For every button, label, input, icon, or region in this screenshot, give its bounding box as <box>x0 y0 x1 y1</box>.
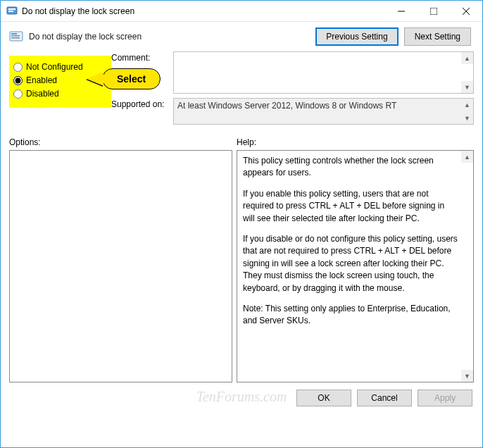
subheader: Do not display the lock screen Previous … <box>1 22 482 49</box>
comment-label: Comment: <box>111 51 173 63</box>
svg-rect-1 <box>8 8 15 10</box>
svg-rect-2 <box>8 11 13 12</box>
policy-setting-icon <box>9 30 23 44</box>
radio-enabled-label: Enabled <box>26 75 57 85</box>
scroll-up-icon[interactable]: ▲ <box>461 99 473 111</box>
radio-not-configured-label: Not Configured <box>26 62 83 72</box>
svg-rect-10 <box>11 37 20 39</box>
callout-text: Select <box>102 68 161 89</box>
help-p4: Note: This setting only applies to Enter… <box>243 303 458 328</box>
scroll-up-icon[interactable]: ▲ <box>461 151 473 163</box>
dialog-footer: OK Cancel Apply <box>1 382 482 413</box>
help-p2: If you enable this policy setting, users… <box>243 188 458 225</box>
scroll-down-icon[interactable]: ▼ <box>461 81 473 93</box>
radio-not-configured-input[interactable] <box>13 63 23 72</box>
comment-value <box>174 52 473 56</box>
help-p3: If you disable or do not configure this … <box>243 233 458 294</box>
help-p1: This policy setting controls whether the… <box>243 155 458 180</box>
help-panel: This policy setting controls whether the… <box>237 150 474 382</box>
scroll-down-icon[interactable]: ▼ <box>461 370 473 382</box>
radio-enabled-input[interactable] <box>13 76 23 85</box>
previous-setting-button[interactable]: Previous Setting <box>315 27 398 46</box>
radio-disabled-label: Disabled <box>26 89 59 99</box>
options-label: Options: <box>9 137 237 147</box>
supported-label: Supported on: <box>111 98 173 109</box>
policy-icon <box>6 6 18 17</box>
cancel-button[interactable]: Cancel <box>357 390 412 406</box>
radio-disabled[interactable]: Disabled <box>12 89 107 99</box>
titlebar: Do not display the lock screen <box>1 1 482 22</box>
supported-textarea: At least Windows Server 2012, Windows 8 … <box>173 98 474 125</box>
callout-select: Select <box>87 68 161 89</box>
scroll-up-icon[interactable]: ▲ <box>461 52 473 64</box>
scroll-down-icon[interactable]: ▼ <box>461 112 473 124</box>
apply-button[interactable]: Apply <box>418 390 472 406</box>
radio-disabled-input[interactable] <box>13 89 23 99</box>
minimize-button[interactable] <box>385 1 418 22</box>
window-title: Do not display the lock screen <box>22 6 385 16</box>
page-title: Do not display the lock screen <box>29 32 315 42</box>
close-button[interactable] <box>450 1 482 22</box>
svg-rect-8 <box>11 33 17 35</box>
comment-textarea[interactable]: ▲ ▼ <box>173 51 474 94</box>
ok-button[interactable]: OK <box>296 390 351 406</box>
help-label: Help: <box>237 137 256 147</box>
next-setting-button[interactable]: Next Setting <box>404 27 471 46</box>
svg-rect-4 <box>430 8 437 15</box>
svg-rect-9 <box>11 35 20 37</box>
supported-value: At least Windows Server 2012, Windows 8 … <box>174 99 473 113</box>
maximize-button[interactable] <box>418 1 450 22</box>
options-panel <box>9 150 232 382</box>
